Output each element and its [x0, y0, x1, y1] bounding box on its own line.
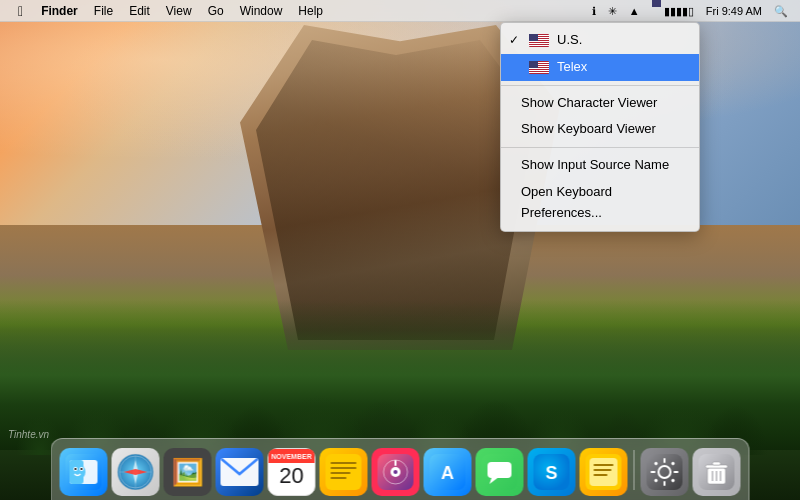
dock-icon-safari[interactable]: [112, 448, 160, 496]
menu-item-telex[interactable]: Telex: [501, 54, 699, 81]
menu-help[interactable]: Help: [290, 0, 331, 22]
menubar:  Finder File Edit View Go Window Help ℹ…: [0, 0, 800, 22]
svg-rect-16: [331, 462, 357, 464]
dock-icon-notes[interactable]: [320, 448, 368, 496]
menu-window[interactable]: Window: [232, 0, 291, 22]
flag-telex-menu-icon: [529, 61, 549, 74]
svg-text:A: A: [441, 463, 454, 483]
app-name[interactable]: Finder: [33, 0, 86, 22]
svg-rect-19: [331, 477, 347, 479]
dock-icon-skype[interactable]: S: [528, 448, 576, 496]
menu-item-keyboard-prefs[interactable]: Open Keyboard Preferences...: [501, 179, 699, 227]
dock-icon-stickies[interactable]: [580, 448, 628, 496]
svg-rect-41: [651, 471, 656, 473]
spotlight-icon[interactable]: 🔍: [770, 0, 792, 22]
dock-icon-messages[interactable]: [476, 448, 524, 496]
dock: 🖼️ NOVEMBER 20: [51, 438, 750, 500]
dock-icon-trash[interactable]: [693, 448, 741, 496]
menu-edit[interactable]: Edit: [121, 0, 158, 22]
notification-center-icon[interactable]: ℹ: [588, 0, 600, 22]
show-input-name-label: Show Input Source Name: [521, 155, 669, 176]
svg-point-3: [70, 464, 86, 480]
svg-rect-34: [594, 464, 614, 466]
svg-text:S: S: [545, 463, 557, 483]
dock-separator: [634, 450, 635, 490]
calendar-month: NOVEMBER: [269, 449, 315, 463]
dock-icon-itunes[interactable]: [372, 448, 420, 496]
menu-item-us[interactable]: ✓ U.S.: [501, 27, 699, 54]
input-source-menu[interactable]: [648, 0, 656, 22]
menubar-right: ℹ ✳ ▲ ▮▮▮▮▯ Fri 9:49 AM 🔍: [588, 0, 800, 22]
svg-rect-49: [706, 465, 728, 468]
show-keyboard-label: Show Keyboard Viewer: [521, 119, 656, 140]
calendar-day: 20: [279, 463, 303, 489]
menu-view[interactable]: View: [158, 0, 200, 22]
svg-rect-28: [488, 462, 512, 478]
menu-item-us-label: U.S.: [557, 30, 582, 51]
show-character-label: Show Character Viewer: [521, 93, 657, 114]
menu-divider-1: [501, 85, 699, 86]
svg-rect-39: [664, 458, 666, 463]
dock-icon-calendar[interactable]: NOVEMBER 20: [268, 448, 316, 496]
wifi-icon[interactable]: ▲: [625, 0, 644, 22]
keyboard-prefs-label: Open Keyboard Preferences...: [521, 182, 679, 224]
svg-rect-24: [395, 460, 397, 466]
input-source-dropdown: ✓ U.S. Telex Show Character Viewer Show …: [500, 22, 700, 232]
svg-rect-42: [674, 471, 679, 473]
svg-rect-18: [331, 472, 351, 474]
dock-icon-mail[interactable]: [216, 448, 264, 496]
svg-rect-40: [664, 481, 666, 486]
menu-item-telex-label: Telex: [557, 57, 587, 78]
svg-rect-50: [713, 462, 721, 465]
clock[interactable]: Fri 9:49 AM: [702, 0, 766, 22]
watermark: Tinhte.vn: [8, 429, 49, 440]
svg-point-23: [394, 470, 398, 474]
apple-menu[interactable]: : [8, 0, 33, 22]
bluetooth-icon[interactable]: ✳: [604, 0, 621, 22]
dock-icon-system-preferences[interactable]: [641, 448, 689, 496]
svg-rect-17: [331, 467, 357, 469]
flag-us-menu-icon: [529, 34, 549, 47]
dock-icon-appstore[interactable]: A: [424, 448, 472, 496]
battery-indicator[interactable]: ▮▮▮▮▯: [660, 0, 698, 22]
dock-icon-photos[interactable]: 🖼️: [164, 448, 212, 496]
menu-item-show-input-name[interactable]: Show Input Source Name: [501, 152, 699, 179]
svg-point-7: [81, 468, 83, 470]
svg-rect-33: [590, 458, 618, 486]
svg-rect-36: [594, 474, 608, 476]
dock-icon-finder[interactable]: [60, 448, 108, 496]
menu-divider-2: [501, 147, 699, 148]
menu-item-show-character[interactable]: Show Character Viewer: [501, 90, 699, 117]
checkmark-icon: ✓: [509, 31, 521, 50]
svg-rect-35: [594, 469, 612, 471]
menu-item-show-keyboard[interactable]: Show Keyboard Viewer: [501, 116, 699, 143]
menu-file[interactable]: File: [86, 0, 121, 22]
svg-point-6: [75, 468, 77, 470]
menubar-left:  Finder File Edit View Go Window Help: [0, 0, 588, 22]
menu-go[interactable]: Go: [200, 0, 232, 22]
